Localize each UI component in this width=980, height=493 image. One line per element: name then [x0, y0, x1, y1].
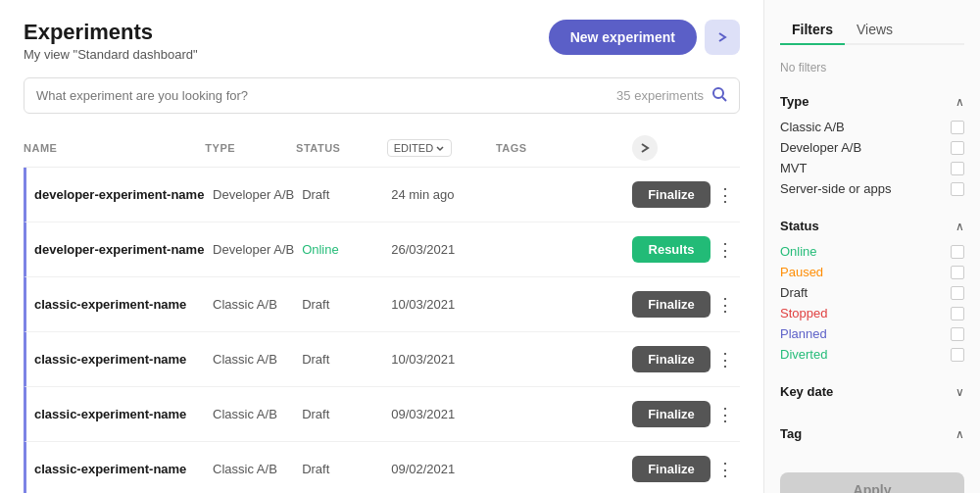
filter-checkbox[interactable]: [951, 348, 964, 362]
filter-checkbox[interactable]: [951, 162, 964, 175]
filter-item-label: Stopped: [780, 306, 827, 320]
search-icon: [711, 86, 727, 102]
filter-item-label: Developer A/B: [780, 140, 861, 155]
filter-item-label: Planned: [780, 326, 827, 341]
row-status: Draft: [302, 187, 391, 202]
row-status: Draft: [302, 462, 391, 476]
row-type: Classic A/B: [213, 462, 302, 476]
filter-item-label: MVT: [780, 161, 807, 175]
filter-checkbox[interactable]: [951, 245, 964, 259]
filter-section-title: Key date: [780, 384, 833, 399]
filter-checkbox[interactable]: [951, 182, 964, 196]
row-action-button[interactable]: Finalize: [632, 456, 710, 482]
row-name: classic-experiment-name: [34, 297, 213, 312]
row-type: Developer A/B: [213, 187, 302, 202]
table-row: classic-experiment-name Classic A/B Draf…: [24, 387, 740, 442]
filter-checkbox[interactable]: [951, 121, 964, 134]
filter-section-header[interactable]: Tag ∧: [780, 419, 964, 449]
filter-section: Tag ∧: [780, 419, 964, 449]
filter-item-label: Diverted: [780, 347, 827, 362]
row-status: Online: [302, 242, 391, 257]
filter-item: Online: [780, 241, 964, 262]
search-button[interactable]: [711, 86, 727, 105]
row-more-button[interactable]: ⋮: [710, 184, 740, 206]
row-more-button[interactable]: ⋮: [710, 349, 740, 370]
row-more-button[interactable]: ⋮: [710, 459, 740, 480]
row-edited: 09/03/2021: [391, 407, 498, 421]
col-header-action: [632, 135, 710, 161]
sort-edited-button[interactable]: EDITED: [387, 139, 452, 157]
page-subtitle: My view "Standard dashboard": [24, 47, 198, 62]
tab-views[interactable]: Views: [845, 16, 905, 43]
row-status: Draft: [302, 407, 391, 421]
chevron-right-icon: [639, 142, 651, 154]
row-action-button[interactable]: Finalize: [632, 291, 710, 318]
row-action-button[interactable]: Finalize: [632, 181, 710, 208]
row-more-button[interactable]: ⋮: [710, 404, 740, 425]
row-more-button[interactable]: ⋮: [710, 239, 740, 261]
filter-section: Key date ∨: [780, 376, 964, 407]
filter-section: Type ∧ Classic A/B Developer A/B MVT: [780, 86, 964, 199]
filter-section-header[interactable]: Status ∧: [780, 211, 964, 241]
table-row: classic-experiment-name Classic A/B Draf…: [24, 332, 740, 387]
search-count: 35 experiments: [616, 88, 704, 103]
row-edited: 09/02/2021: [391, 462, 498, 476]
filter-item: Paused: [780, 262, 964, 282]
filter-section-title: Type: [780, 94, 808, 109]
row-more-button[interactable]: ⋮: [710, 294, 740, 316]
no-filters-label: No filters: [780, 61, 964, 74]
expand-button[interactable]: [705, 20, 740, 55]
main-content: Experiments My view "Standard dashboard"…: [0, 0, 764, 493]
table-row: developer-experiment-name Developer A/B …: [24, 168, 740, 222]
sort-icon: [435, 143, 445, 153]
row-edited: 26/03/2021: [391, 242, 498, 257]
table-row: classic-experiment-name Classic A/B Draf…: [24, 277, 740, 332]
col-header-name: NAME: [24, 142, 205, 154]
filter-chevron-icon: ∧: [956, 95, 964, 109]
filter-item-label: Draft: [780, 285, 808, 300]
row-name: classic-experiment-name: [34, 352, 213, 367]
row-edited: 10/03/2021: [391, 297, 498, 312]
filter-checkbox[interactable]: [951, 141, 964, 155]
filter-item: Draft: [780, 282, 964, 303]
filter-item: Classic A/B: [780, 117, 964, 137]
row-name: classic-experiment-name: [34, 407, 213, 421]
row-type: Classic A/B: [213, 352, 302, 367]
col-header-status: STATUS: [296, 142, 387, 154]
filter-item-label: Online: [780, 244, 817, 259]
filter-section-title: Status: [780, 219, 819, 233]
row-action-button[interactable]: Results: [632, 236, 710, 263]
search-input[interactable]: [36, 88, 616, 103]
new-experiment-button[interactable]: New experiment: [549, 20, 697, 55]
row-type: Classic A/B: [213, 297, 302, 312]
filter-item: Stopped: [780, 303, 964, 323]
table-header: NAME TYPE STATUS EDITED TAGS: [24, 129, 740, 168]
filter-item: Server-side or apps: [780, 178, 964, 199]
page-title: Experiments: [24, 20, 198, 45]
filter-chevron-icon: ∧: [956, 220, 964, 233]
filter-chevron-icon: ∨: [956, 385, 964, 399]
filter-checkbox[interactable]: [951, 266, 964, 279]
row-action-button[interactable]: Finalize: [632, 401, 710, 427]
filter-section-header[interactable]: Type ∧: [780, 86, 964, 117]
tab-filters[interactable]: Filters: [780, 16, 845, 43]
filter-sections: Type ∧ Classic A/B Developer A/B MVT: [780, 86, 964, 449]
filters-panel: Filters Views No filters Type ∧ Classic …: [764, 0, 980, 493]
filter-item-label: Classic A/B: [780, 120, 845, 134]
row-type: Developer A/B: [213, 242, 302, 257]
apply-button[interactable]: Apply: [780, 472, 964, 493]
row-name: developer-experiment-name: [34, 242, 213, 257]
filter-item: Planned: [780, 323, 964, 344]
row-status: Draft: [302, 297, 391, 312]
table-nav-button[interactable]: [632, 135, 658, 161]
filter-checkbox[interactable]: [951, 327, 964, 341]
filter-section-header[interactable]: Key date ∨: [780, 376, 964, 407]
row-action-button[interactable]: Finalize: [632, 346, 710, 372]
filter-checkbox[interactable]: [951, 307, 964, 320]
table-row: developer-experiment-name Developer A/B …: [24, 222, 740, 277]
filter-item: Diverted: [780, 344, 964, 365]
col-header-type: TYPE: [205, 142, 296, 154]
svg-point-0: [713, 88, 723, 98]
search-bar: 35 experiments: [24, 77, 740, 114]
filter-checkbox[interactable]: [951, 286, 964, 300]
